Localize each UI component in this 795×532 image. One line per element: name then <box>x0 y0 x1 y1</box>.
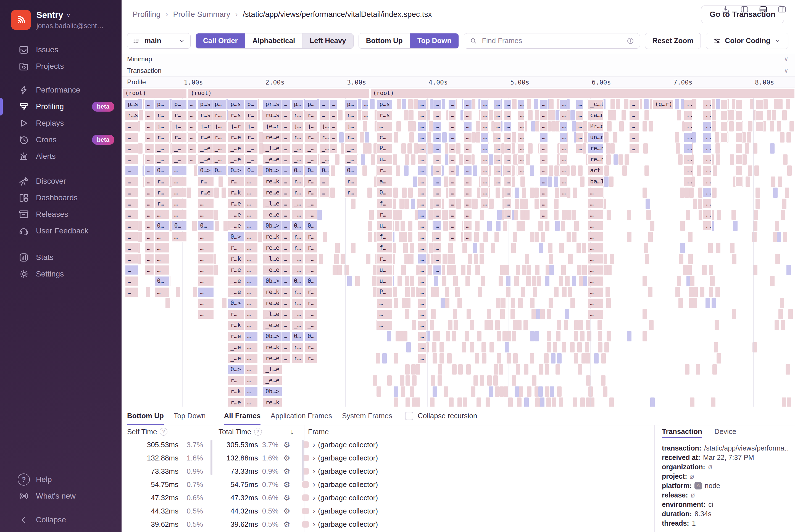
flame-frame[interactable] <box>214 210 218 220</box>
flame-frame[interactable]: … <box>244 342 258 353</box>
flame-frame[interactable]: _… <box>291 154 304 165</box>
flame-frame[interactable]: … <box>144 265 154 275</box>
flame-frame[interactable]: … <box>125 210 138 220</box>
flame-frame[interactable]: r…s <box>228 110 244 120</box>
flame-frame[interactable] <box>393 154 397 165</box>
flame-frame[interactable]: … <box>433 210 442 220</box>
sort-button-call-order[interactable]: Call Order <box>196 34 245 48</box>
flame-frame[interactable] <box>582 353 586 363</box>
flame-frame[interactable]: .. <box>684 154 693 165</box>
minimap-section-header[interactable]: Minimap ∨ <box>121 53 795 65</box>
flame-frame[interactable] <box>752 232 757 242</box>
flame-frame[interactable] <box>446 331 450 341</box>
reset-zoom-button[interactable]: Reset Zoom <box>645 33 701 49</box>
flame-frame[interactable] <box>224 221 228 231</box>
flame-frame[interactable] <box>604 132 608 142</box>
flame-frame[interactable] <box>317 210 322 220</box>
flame-frame[interactable]: .. <box>702 154 712 165</box>
flame-frame[interactable]: .. <box>702 121 712 132</box>
flame-frame[interactable]: … <box>494 154 501 165</box>
flame-frame[interactable] <box>648 287 652 297</box>
flame-frame[interactable] <box>693 287 698 297</box>
flame-frame[interactable] <box>489 110 493 120</box>
flame-frame[interactable]: _l…e <box>263 309 282 319</box>
flame-frame[interactable]: … <box>244 309 258 319</box>
flame-frame[interactable]: … <box>361 99 369 109</box>
flame-frame[interactable]: … <box>281 176 291 187</box>
flame-frame[interactable]: … <box>587 254 603 264</box>
flame-frame[interactable]: _… <box>291 320 304 330</box>
flame-frame[interactable]: _…e <box>228 287 244 297</box>
flame-frame[interactable] <box>215 221 219 231</box>
flame-frame[interactable]: … <box>154 210 170 220</box>
flame-frame[interactable] <box>338 110 342 120</box>
flame-frame[interactable]: .. <box>684 166 693 176</box>
flame-frame[interactable]: … <box>480 121 488 132</box>
flame-frame[interactable] <box>408 188 413 198</box>
flame-frame[interactable]: … <box>418 298 427 308</box>
flame-frame[interactable] <box>487 375 492 386</box>
flame-frame[interactable] <box>567 232 571 242</box>
flame-frame[interactable] <box>778 309 783 319</box>
flame-frame[interactable]: … <box>448 232 456 242</box>
flame-frame[interactable] <box>526 276 531 286</box>
flame-frame[interactable]: _e…e <box>263 375 282 386</box>
table-row[interactable]: 44.32ms0.5%44.32ms0.5%⚙›(garbage collect… <box>121 505 654 518</box>
flame-frame[interactable] <box>643 121 647 132</box>
flame-frame[interactable]: … <box>448 154 456 165</box>
flame-frame[interactable] <box>598 331 602 341</box>
flame-frame[interactable]: … <box>560 176 567 187</box>
flame-frame[interactable] <box>770 121 774 132</box>
flame-frame[interactable] <box>409 254 414 264</box>
flame-frame[interactable]: … <box>463 166 472 176</box>
flame-frame[interactable]: … <box>281 154 291 165</box>
flame-frame[interactable]: … <box>197 298 214 308</box>
flame-frame[interactable] <box>455 287 460 297</box>
flame-frame[interactable] <box>613 154 618 165</box>
flame-frame[interactable] <box>720 132 727 142</box>
flame-frame[interactable]: … <box>504 132 512 142</box>
flame-frame[interactable]: … <box>197 243 214 253</box>
flame-frame[interactable]: r… <box>344 110 358 120</box>
flame-frame[interactable] <box>535 265 540 275</box>
flame-frame[interactable] <box>686 210 690 220</box>
flame-frame[interactable] <box>551 121 556 132</box>
flame-frame[interactable]: _… <box>305 254 317 264</box>
flame-frame[interactable]: … <box>125 176 138 187</box>
flame-frame[interactable] <box>416 364 420 375</box>
flame-frame[interactable]: … <box>125 276 138 286</box>
flame-frame[interactable] <box>414 99 418 109</box>
flame-frame[interactable]: r…e <box>197 132 214 142</box>
flame-frame[interactable]: r… <box>344 188 358 198</box>
flame-frame[interactable] <box>524 320 528 330</box>
flame-frame[interactable] <box>466 276 470 286</box>
flame-frame[interactable]: re…e <box>263 188 282 198</box>
flame-frame[interactable] <box>745 144 749 154</box>
flame-frame[interactable]: … <box>448 188 456 198</box>
flame-frame[interactable] <box>524 198 528 209</box>
flame-frame[interactable]: … <box>125 287 138 297</box>
flame-frame[interactable]: _… <box>291 309 304 319</box>
flame-frame[interactable]: … <box>433 99 442 109</box>
flame-frame[interactable]: … <box>433 132 442 142</box>
flame-frame[interactable]: _…e <box>228 353 244 363</box>
flame-frame[interactable]: … <box>172 188 187 198</box>
flame-frame[interactable]: un…n <box>587 132 603 142</box>
flame-frame[interactable]: r…e <box>228 331 244 341</box>
flame-frame[interactable]: r…k <box>228 254 244 264</box>
flame-frame[interactable] <box>688 232 693 242</box>
flame-frame[interactable]: … <box>377 309 393 319</box>
flame-frame[interactable] <box>434 276 438 286</box>
flame-frame[interactable]: … <box>281 254 291 264</box>
flame-frame[interactable]: … <box>144 221 154 231</box>
sidebar-item-whats-new[interactable]: What's new <box>0 488 121 505</box>
flame-frame[interactable] <box>531 121 536 132</box>
flame-frame[interactable] <box>479 243 484 253</box>
flame-frame[interactable]: je…r <box>263 121 282 132</box>
flame-frame[interactable] <box>712 188 717 198</box>
flame-frame[interactable]: j… <box>172 121 187 132</box>
flame-frame-root[interactable]: (root) <box>188 88 369 98</box>
flame-frame[interactable] <box>756 188 760 198</box>
flame-frame[interactable]: _… <box>154 144 170 154</box>
flame-frame[interactable] <box>138 221 142 231</box>
